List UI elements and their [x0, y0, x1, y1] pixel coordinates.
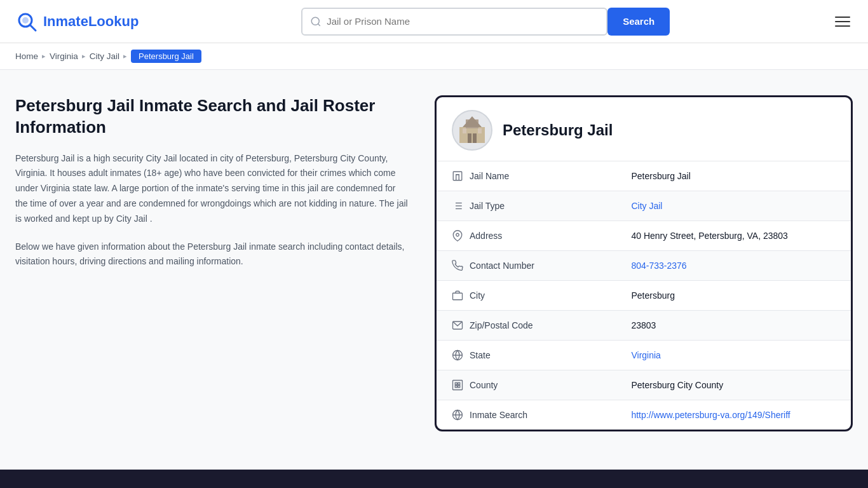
field-label-cell: Inmate Search — [437, 400, 616, 430]
city-icon — [452, 290, 463, 301]
main-content: Petersburg Jail Inmate Search and Jail R… — [0, 70, 868, 457]
table-row: Zip/Postal Code23803 — [437, 311, 851, 341]
svg-rect-27 — [458, 383, 460, 384]
field-label: Address — [470, 231, 502, 241]
search-button[interactable]: Search — [607, 8, 670, 36]
table-row: Jail TypeCity Jail — [437, 191, 851, 221]
hamburger-line — [835, 21, 850, 22]
search-icon — [310, 16, 322, 27]
svg-rect-12 — [453, 172, 462, 180]
breadcrumb-sep: ▸ — [123, 52, 127, 60]
breadcrumb-sep: ▸ — [82, 52, 86, 60]
breadcrumb: Home ▸ Virginia ▸ City Jail ▸ Petersburg… — [0, 43, 868, 70]
mail-icon — [452, 320, 463, 331]
jail-image-icon — [456, 114, 488, 146]
field-label-cell: Jail Type — [437, 191, 616, 221]
location-icon — [452, 230, 463, 241]
svg-rect-7 — [468, 133, 471, 143]
field-value-link[interactable]: City Jail — [631, 201, 662, 211]
svg-point-2 — [22, 17, 29, 24]
field-value-link[interactable]: http://www.petersburg-va.org/149/Sheriff — [631, 410, 790, 420]
field-label: Jail Type — [470, 201, 505, 211]
left-column: Petersburg Jail Inmate Search and Jail R… — [15, 95, 409, 431]
right-column: Petersburg Jail Jail NamePetersburg Jail… — [435, 95, 853, 431]
field-value-cell: 40 Henry Street, Petersburg, VA, 23803 — [616, 221, 851, 251]
table-row: Jail NamePetersburg Jail — [437, 161, 851, 191]
table-row: Contact Number804-733-2376 — [437, 251, 851, 281]
table-row: CountyPetersburg City County — [437, 370, 851, 400]
hamburger-line — [835, 25, 850, 27]
svg-point-3 — [311, 17, 319, 25]
field-value-cell: Petersburg Jail — [616, 161, 851, 191]
page-description: Petersburg Jail is a high security City … — [15, 151, 409, 227]
info-card: Petersburg Jail Jail NamePetersburg Jail… — [435, 95, 853, 431]
svg-rect-25 — [453, 381, 463, 390]
card-title: Petersburg Jail — [503, 121, 613, 139]
field-value-link[interactable]: 804-733-2376 — [631, 261, 686, 271]
header: InmateLookup Search — [0, 0, 868, 43]
svg-rect-26 — [455, 383, 457, 384]
breadcrumb-current: Petersburg Jail — [131, 50, 201, 63]
svg-rect-28 — [455, 386, 457, 388]
info-table: Jail NamePetersburg JailJail TypeCity Ja… — [437, 161, 851, 430]
field-value-cell[interactable]: 804-733-2376 — [616, 251, 851, 281]
card-header: Petersburg Jail — [437, 97, 851, 161]
building-icon — [452, 170, 463, 182]
logo-text: InmateLookup — [43, 13, 139, 30]
field-label: State — [470, 350, 491, 360]
table-row: CityPetersburg — [437, 281, 851, 311]
field-label: Zip/Postal Code — [470, 320, 533, 330]
svg-rect-11 — [478, 128, 482, 133]
field-label-cell: Contact Number — [437, 251, 616, 281]
table-row: StateVirginia — [437, 341, 851, 370]
field-label-cell: County — [437, 370, 616, 400]
phone-icon — [452, 260, 463, 271]
field-value-cell: Petersburg — [616, 281, 851, 311]
field-value-cell[interactable]: http://www.petersburg-va.org/149/Sheriff — [616, 400, 851, 430]
search-globe-icon — [452, 409, 463, 421]
field-label-cell: Address — [437, 221, 616, 251]
jail-avatar — [452, 110, 492, 151]
table-row: Address40 Henry Street, Petersburg, VA, … — [437, 221, 851, 251]
field-label: Inmate Search — [470, 410, 527, 420]
svg-rect-29 — [458, 386, 460, 388]
field-label: County — [470, 380, 498, 390]
field-value-cell: 23803 — [616, 311, 851, 341]
svg-rect-10 — [463, 128, 466, 133]
menu-button[interactable] — [832, 14, 853, 29]
hamburger-line — [835, 17, 850, 18]
field-label-cell: Jail Name — [437, 161, 616, 191]
search-wrapper — [301, 8, 607, 36]
breadcrumb-home[interactable]: Home — [15, 51, 38, 61]
logo: InmateLookup — [15, 10, 139, 33]
logo-icon — [15, 10, 38, 33]
county-icon — [452, 379, 463, 391]
field-label-cell: State — [437, 341, 616, 370]
field-value-link[interactable]: Virginia — [631, 350, 660, 360]
breadcrumb-category[interactable]: City Jail — [90, 51, 119, 61]
field-label-cell: City — [437, 281, 616, 311]
field-value-cell: Petersburg City County — [616, 370, 851, 400]
search-area: Search — [301, 8, 670, 36]
svg-line-4 — [318, 24, 320, 25]
globe-icon — [452, 349, 463, 361]
field-label: City — [470, 290, 485, 301]
svg-rect-8 — [473, 133, 477, 143]
svg-marker-9 — [463, 116, 482, 127]
page-description-2: Below we have given information about th… — [15, 240, 409, 270]
breadcrumb-state[interactable]: Virginia — [50, 51, 78, 61]
list-icon — [452, 200, 463, 212]
page-title: Petersburg Jail Inmate Search and Jail R… — [15, 95, 409, 139]
field-value-cell[interactable]: Virginia — [616, 341, 851, 370]
table-row: Inmate Searchhttp://www.petersburg-va.or… — [437, 400, 851, 430]
search-input[interactable] — [327, 16, 599, 27]
field-label-cell: Zip/Postal Code — [437, 311, 616, 341]
field-value-cell[interactable]: City Jail — [616, 191, 851, 221]
field-label: Jail Name — [470, 171, 509, 181]
field-label: Contact Number — [470, 261, 534, 271]
footer — [0, 470, 868, 488]
svg-line-1 — [30, 25, 36, 30]
svg-point-19 — [456, 233, 459, 236]
svg-rect-20 — [453, 293, 463, 300]
breadcrumb-sep: ▸ — [42, 52, 46, 60]
